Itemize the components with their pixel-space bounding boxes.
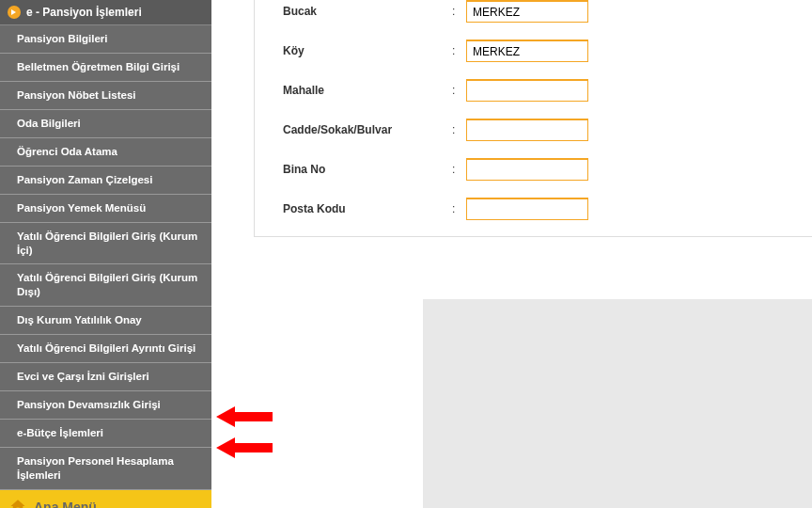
colon: : bbox=[452, 202, 466, 215]
sidebar-item-ogrenci-oda-atama[interactable]: Öğrenci Oda Atama bbox=[0, 138, 211, 167]
label-bucak: Bucak bbox=[283, 5, 452, 18]
sidebar-item-oda-bilgileri[interactable]: Oda Bilgileri bbox=[0, 110, 211, 138]
input-bucak[interactable] bbox=[466, 0, 588, 23]
sidebar-item-yatili-disi[interactable]: Yatılı Öğrenci Bilgileri Giriş (Kurum Dı… bbox=[0, 264, 211, 307]
sidebar-item-evci-carsi[interactable]: Evci ve Çarşı İzni Girişleri bbox=[0, 363, 211, 391]
input-bina-no[interactable] bbox=[466, 158, 588, 181]
label-koy: Köy bbox=[283, 44, 452, 57]
colon: : bbox=[452, 44, 466, 57]
form-row-bina-no: Bina No : bbox=[255, 150, 812, 189]
form-row-cadde: Cadde/Sokak/Bulvar : bbox=[255, 110, 812, 150]
ana-menu-button[interactable]: Ana Menü bbox=[0, 490, 211, 508]
sidebar-item-devamsizlik[interactable]: Pansiyon Devamsızlık Girişi bbox=[0, 391, 211, 420]
annotation-arrow-2 bbox=[216, 437, 273, 458]
label-posta-kodu: Posta Kodu bbox=[283, 202, 452, 215]
form-row-mahalle: Mahalle : bbox=[255, 71, 812, 110]
sidebar-item-zaman-cizelgesi[interactable]: Pansiyon Zaman Çizelgesi bbox=[0, 167, 211, 195]
sidebar: e - Pansiyon İşlemleri Pansiyon Bilgiler… bbox=[0, 0, 211, 508]
ana-menu-label: Ana Menü bbox=[34, 500, 97, 508]
form-row-koy: Köy : bbox=[255, 31, 812, 71]
sidebar-header-label: e - Pansiyon İşlemleri bbox=[26, 6, 142, 19]
label-cadde: Cadde/Sokak/Bulvar bbox=[283, 123, 452, 136]
sidebar-item-nobet-listesi[interactable]: Pansiyon Nöbet Listesi bbox=[0, 82, 211, 110]
colon: : bbox=[452, 5, 466, 18]
sidebar-item-belletmen[interactable]: Belletmen Öğretmen Bilgi Girişi bbox=[0, 54, 211, 82]
sidebar-item-yatili-ici[interactable]: Yatılı Öğrenci Bilgileri Giriş (Kurum İç… bbox=[0, 223, 211, 265]
home-icon bbox=[9, 498, 26, 508]
sidebar-item-personel-hesaplama[interactable]: Pansiyon Personel Hesaplama İşlemleri bbox=[0, 448, 211, 490]
colon: : bbox=[452, 123, 466, 136]
form-row-posta-kodu: Posta Kodu : bbox=[255, 189, 812, 229]
sidebar-header[interactable]: e - Pansiyon İşlemleri bbox=[0, 0, 211, 25]
sidebar-item-ebutce[interactable]: e-Bütçe İşlemleri bbox=[0, 420, 211, 448]
label-mahalle: Mahalle bbox=[283, 84, 452, 97]
colon: : bbox=[452, 163, 466, 176]
input-koy[interactable] bbox=[466, 40, 588, 62]
label-bina-no: Bina No bbox=[283, 163, 452, 176]
input-posta-kodu[interactable] bbox=[466, 198, 588, 220]
colon: : bbox=[452, 84, 466, 97]
input-cadde[interactable] bbox=[466, 119, 588, 141]
sidebar-item-yemek-menu[interactable]: Pansiyon Yemek Menüsü bbox=[0, 195, 211, 223]
sidebar-item-pansiyon-bilgileri[interactable]: Pansiyon Bilgileri bbox=[0, 25, 211, 54]
bullet-icon bbox=[8, 6, 21, 19]
input-mahalle[interactable] bbox=[466, 79, 588, 102]
sidebar-item-dis-kurum-onay[interactable]: Dış Kurum Yatılılık Onay bbox=[0, 307, 211, 335]
sidebar-item-yatili-ayrinti[interactable]: Yatılı Öğrenci Bilgileri Ayrıntı Girişi bbox=[0, 335, 211, 363]
gray-background bbox=[423, 299, 812, 508]
form-row-bucak: Bucak : bbox=[255, 0, 812, 31]
form-panel: Bucak : Köy : Mahalle : Cadde/Sokak/Bulv… bbox=[254, 0, 812, 237]
annotation-arrow-1 bbox=[216, 406, 273, 427]
